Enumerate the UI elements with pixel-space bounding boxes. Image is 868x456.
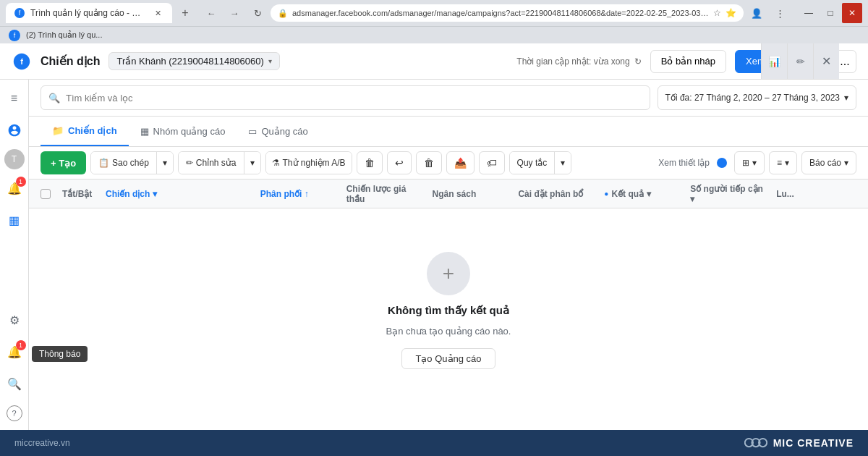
edit-pencil-icon: ✏ [186,158,193,168]
profile-button[interactable]: 👤 [746,3,767,23]
header-distribution[interactable]: Phân phối ↑ [255,189,341,199]
forward-button[interactable]: → [224,3,244,23]
ab-test-button[interactable]: ⚗ Thử nghiệm A/B [266,152,352,174]
update-text: Thời gian cập nhật: vừa xong [516,56,629,67]
header-campaign[interactable]: Chiến dịch ▾ [106,189,255,199]
back-button[interactable]: ← [201,3,221,23]
edit-icon[interactable]: ✏ [787,43,813,79]
chart-icon[interactable]: 📊 [761,43,787,79]
sidebar-settings-icon[interactable]: ⚙ [1,307,27,333]
address-bar[interactable]: 🔒 adsmanager.facebook.com/adsmanager/man… [271,4,744,22]
header-budget[interactable]: Ngân sách [427,189,513,199]
sidebar-notifications-icon[interactable]: 🔔 1 [1,175,27,201]
notification-badge: 1 [16,177,26,187]
ab-test-label: Thử nghiệm A/B [283,158,346,168]
nav-title: Chiến dịch [41,54,100,68]
edit-button-group: ✏ Chỉnh sửa ▾ [178,151,261,174]
tab-bar: 📁 Chiến dịch ▦ Nhóm quảng cáo ▭ Quảng cá… [29,117,868,147]
browser-nav-controls: ← → ↻ [201,3,268,23]
maximize-button[interactable]: □ [820,3,841,23]
tab-close-button[interactable]: ✕ [152,7,163,19]
breakdown-chevron-icon: ▾ [785,158,789,168]
empty-plus-button[interactable]: + [427,252,470,295]
date-filter[interactable]: Tối đa: 27 Tháng 2, 2020 – 27 Tháng 3, 2… [658,85,856,110]
new-tab-button[interactable]: + [175,3,195,23]
profile-bar-text: (2) Trình quản lý qu... [26,30,102,40]
sidebar-campaigns-icon[interactable]: ▦ [1,207,27,233]
search-input[interactable] [66,93,642,104]
footer: miccreative.vn MIC CREATIVE [0,430,868,456]
tag-button[interactable]: 🏷 [479,151,505,174]
top-nav: f Chiến dịch Trần Khánh (221900481148060… [0,43,868,80]
account-selector[interactable]: Trần Khánh (22190048114806060) ▾ [109,52,279,70]
create-ad-button[interactable]: Tạo Quảng cáo [401,348,495,369]
bookmark-icon[interactable]: ☆ [713,8,721,18]
ab-test-icon: ⚗ [272,158,280,168]
header-bid-strategy[interactable]: Chiến lược giá thầu [341,184,427,204]
account-name: Trần Khánh (22190048114806060) [116,56,263,67]
empty-title: Không tìm thấy kết quả [388,304,509,317]
view-toggle[interactable] [717,151,727,174]
copy-dropdown-button[interactable]: ▾ [157,152,173,174]
create-button[interactable]: + Tạo [41,151,86,174]
sidebar-help-icon[interactable]: ? [7,405,22,421]
copy-button[interactable]: 📋 Sao chép [91,152,157,174]
main-content: 🔍 Tối đa: 27 Tháng 2, 2020 – 27 Tháng 3,… [29,80,868,430]
refresh-button[interactable]: ↻ [247,3,268,23]
sidebar-alert-icon[interactable]: 🔔 1 [1,339,27,365]
date-chevron-icon: ▾ [844,93,848,103]
export-button[interactable]: 📤 [446,151,475,174]
app-container: f Chiến dịch Trần Khánh (221900481148060… [0,43,868,430]
header-checkbox[interactable] [41,189,62,199]
main-layout: ≡ T 🔔 1 ▦ ⚙ 🔔 1 🔍 ? Thông báo [0,80,868,430]
browser-chrome: f Trình quản lý quảng cáo - Quản... ✕ + … [0,0,868,26]
edit-button[interactable]: ✏ Chỉnh sửa [179,152,244,174]
meta-logo: f [12,51,32,72]
header-distribution2[interactable]: Cài đặt phân bổ [512,189,598,199]
window-close-button[interactable]: ✕ [842,3,862,23]
rules-button[interactable]: Quy tắc [510,152,556,174]
profile-favicon: f [9,30,20,41]
view-settings-label: Xem thiết lập [658,158,710,168]
empty-state: + Không tìm thấy kết quả Bạn chưa tạo qu… [29,208,868,413]
profile-bar: f (2) Trình quản lý qu... [0,26,868,43]
svg-text:f: f [20,57,23,66]
sidebar-home-icon[interactable] [1,117,27,143]
browser-action-icons: 👤 ⋮ [746,3,790,23]
delete-button[interactable]: 🗑 [416,151,442,174]
toggle-dot [717,158,727,168]
minimize-button[interactable]: — [799,3,819,23]
result-sort-icon: ▾ [647,189,651,199]
edit-dropdown-button[interactable]: ▾ [244,152,260,174]
report-button[interactable]: Báo cáo ▾ [801,151,856,174]
breakdown-button[interactable]: ≡ ▾ [769,151,797,174]
search-box[interactable]: 🔍 [41,85,650,110]
tab-ad[interactable]: ▭ Quảng cáo [237,117,319,145]
report-chevron-icon: ▾ [844,158,848,168]
ab-test-button-group: ⚗ Thử nghiệm A/B [265,151,352,174]
refresh-icon[interactable]: ↻ [634,56,642,67]
extension-icon[interactable]: ⭐ [726,8,736,18]
account-chevron-icon: ▾ [268,57,272,65]
sidebar-menu-icon[interactable]: ≡ [1,85,27,111]
draft-button[interactable]: Bỏ bản nháp [650,50,726,73]
browser-tab[interactable]: f Trình quản lý quảng cáo - Quản... ✕ [6,3,172,23]
rules-dropdown-button[interactable]: ▾ [555,152,571,174]
sidebar-search-icon[interactable]: 🔍 [1,371,27,397]
browser-menu-button[interactable]: ⋮ [770,3,790,23]
trash-button[interactable]: 🗑 [357,151,383,174]
ad-tab-icon: ▭ [248,126,257,137]
undo-button[interactable]: ↩ [387,151,412,174]
tab-adgroup[interactable]: ▦ Nhóm quảng cáo [129,117,237,145]
copy-icon: 📋 [98,158,109,168]
columns-chevron-icon: ▾ [752,158,757,168]
header-result[interactable]: ● Kết quả ▾ [598,189,684,199]
update-status: Thời gian cập nhật: vừa xong ↻ [516,56,641,67]
columns-button[interactable]: ⊞ ▾ [734,151,765,174]
close-panel-icon[interactable]: ✕ [813,43,839,79]
left-sidebar: ≡ T 🔔 1 ▦ ⚙ 🔔 1 🔍 ? Thông báo [0,80,29,430]
header-reach[interactable]: Số người tiếp cận ▾ [684,184,770,204]
date-filter-text: Tối đa: 27 Tháng 2, 2020 – 27 Tháng 3, 2… [665,93,840,103]
avatar[interactable]: T [4,149,25,169]
tab-campaign[interactable]: 📁 Chiến dịch [41,117,129,146]
